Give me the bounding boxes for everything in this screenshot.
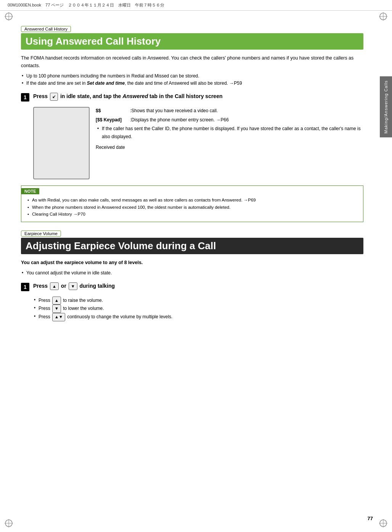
bullet-item: Up to 100 phone numbers including the nu… [21,73,363,80]
step1-vol: 1 Press ▲ or ▼ during talking [21,282,363,291]
note-item: When the phone numbers stored in Answere… [27,204,358,211]
section2-intro: You can adjust the earpiece volume to an… [21,259,363,266]
vol-down-key-icon: ▼ [69,282,77,290]
sub-bullet-item: Press ▼ to lower the volume. [33,305,363,313]
step1-vol-number: 1 [21,283,29,291]
corner-tl [5,12,13,21]
section1-label: Answered Call History [21,26,71,32]
bullet-item: You cannot adjust the volume in idle sta… [21,269,363,277]
received-date-row: Received date [96,143,363,151]
section2-bullets: You cannot adjust the volume in idle sta… [21,269,363,277]
section1: Answered Call History Using Answered Cal… [21,26,363,179]
step1-number: 1 [21,93,29,102]
caller-id-text: If the caller has sent the Caller ID, th… [102,125,363,140]
bullet-item: If the date and time are set in Set date… [21,80,363,87]
raise-key-icon: ▲ [52,297,61,305]
vol-up-key-icon: ▲ [50,282,59,290]
sub-bullet-item: Press ▲▼ continuosly to change the volum… [33,313,363,321]
sub-bullet-item: Press ▲ to raise the volume. [33,297,363,305]
caller-id-row: If the caller has sent the Caller ID, th… [96,125,363,140]
corner-bl [5,519,13,527]
note-item: Clearing Call History →P70 [27,211,358,218]
note-list: As with Redial, you can also make calls,… [27,197,358,218]
step1: 1 Press ↙ in idle state, and tap the Ans… [21,92,363,102]
header-bar: 00M1000EN.book 77 ページ ２００４年１１月２４日 水曜日 午前… [0,0,392,11]
page-number: 77 [368,516,373,521]
corner-tr [379,12,387,21]
corner-br [379,519,387,527]
received-date-label: Received date [96,143,125,151]
lower-key-icon: ▼ [52,305,61,313]
keypad-row: [$$ Keypad] : Displays the phone number … [96,116,363,124]
section2: Earpiece Volume Adjusting Earpiece Volum… [21,231,363,321]
keypad-desc: Displays the phone number entry screen. … [131,116,363,124]
note-box: NOTE As with Redial, you can also make c… [21,185,363,222]
section1-heading: Using Answered Call History [21,33,363,50]
section2-heading: Adjusting Earpiece Volume during a Call [21,238,363,254]
section1-bullets: Up to 100 phone numbers including the nu… [21,73,363,87]
note-item: As with Redial, you can also make calls,… [27,197,358,203]
diagram-area: $$ : Shows that you have received a vide… [33,107,363,179]
header-text: 00M1000EN.book 77 ページ ２００４年１１月２４日 水曜日 午前… [8,2,164,8]
step1-vol-text: Press ▲ or ▼ during talking [33,282,115,290]
ss-row: $$ : Shows that you have received a vide… [96,107,363,114]
main-content: Answered Call History Using Answered Cal… [0,11,392,342]
section2-sub-bullets: Press ▲ to raise the volume. Press ▼ to … [33,297,363,321]
phone-screen-image [33,107,90,179]
sidebar-label: Making/Answering Calls [380,76,392,137]
keypad-label: [$$ Keypad] [96,116,130,124]
section2-label: Earpiece Volume [21,231,61,237]
step1-text: Press ↙ in idle state, and tap the Answe… [33,92,223,101]
multi-key-icon: ▲▼ [52,313,65,321]
ss-desc: Shows that you have received a video cal… [131,107,363,114]
diagram-labels: $$ : Shows that you have received a vide… [96,107,363,179]
note-header: NOTE [21,188,39,194]
phone-key-icon: ↙ [50,93,58,101]
section1-intro: The FOMA handset records information on … [21,54,363,69]
ss-label: $$ [96,107,130,114]
page-wrapper: 00M1000EN.book 77 ページ ２００４年１１月２４日 水曜日 午前… [0,0,392,532]
